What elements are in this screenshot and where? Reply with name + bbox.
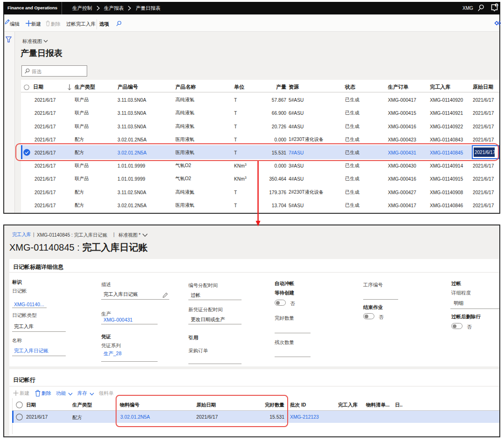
svg-text:3: 3 [496, 4, 497, 7]
